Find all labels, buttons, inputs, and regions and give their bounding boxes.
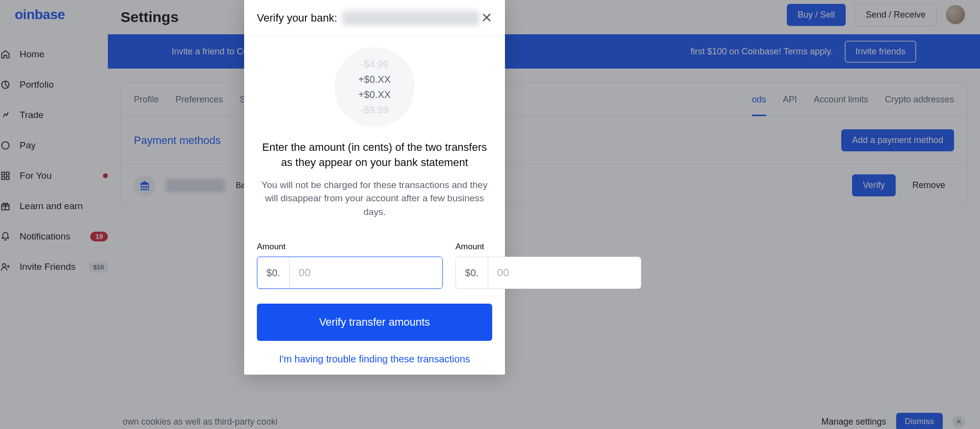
amount-prefix: $0. xyxy=(257,257,290,288)
amount-label-2: Amount xyxy=(455,242,641,252)
demo-line: -$4.99 xyxy=(361,59,389,70)
amount-input-group-2: $0. xyxy=(455,257,641,289)
amount-prefix: $0. xyxy=(456,257,488,288)
verify-bank-modal: Verify your bank: ✕ -$4.99 +$0.XX +$0.XX… xyxy=(244,0,505,375)
modal-title-text: Verify your bank: xyxy=(257,12,337,24)
demo-line: -$9.99 xyxy=(361,104,389,116)
redacted-bank-title xyxy=(342,11,479,25)
instruction-primary: Enter the amount (in cents) of the two t… xyxy=(257,140,492,170)
amount-input-1[interactable] xyxy=(290,257,442,288)
close-icon[interactable]: ✕ xyxy=(481,10,492,26)
trouble-link[interactable]: I'm having trouble finding these transac… xyxy=(244,347,505,375)
instruction-secondary: You will not be charged for these transa… xyxy=(257,178,492,219)
demo-transactions-graphic: -$4.99 +$0.XX +$0.XX -$9.99 xyxy=(334,47,415,127)
amount-input-2[interactable] xyxy=(488,257,641,288)
demo-line: +$0.XX xyxy=(358,89,391,100)
amount-input-group-1: $0. xyxy=(257,257,443,289)
amount-label-1: Amount xyxy=(257,242,443,252)
verify-transfer-button[interactable]: Verify transfer amounts xyxy=(257,304,492,341)
demo-line: +$0.XX xyxy=(358,74,391,85)
